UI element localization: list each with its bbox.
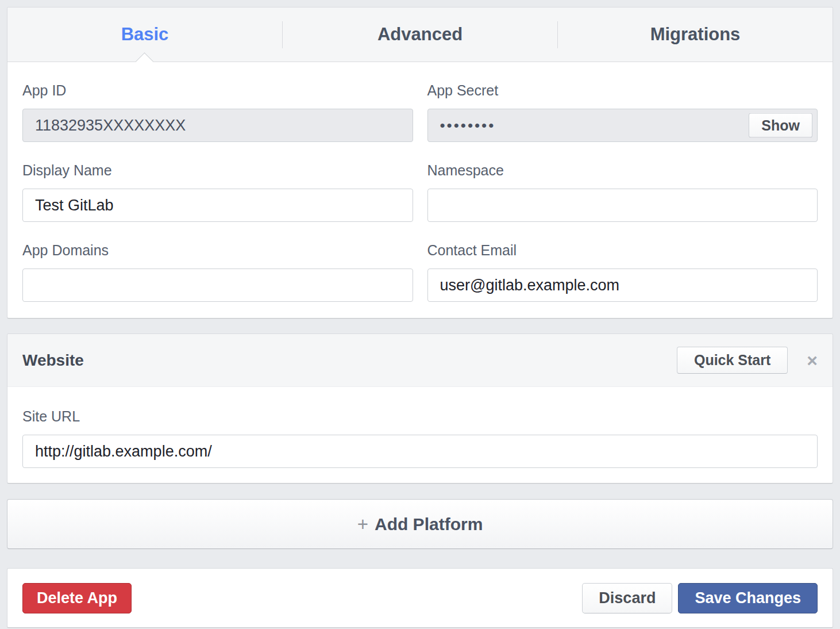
app-secret-label: App Secret xyxy=(427,82,818,99)
tab-basic-label: Basic xyxy=(121,24,169,45)
website-platform-header: Website Quick Start × xyxy=(7,334,833,387)
namespace-input[interactable] xyxy=(427,189,818,222)
display-name-input[interactable] xyxy=(22,189,413,222)
app-settings-page: Basic Advanced Migrations App ID App Sec… xyxy=(0,0,840,629)
website-platform-card: Website Quick Start × Site URL xyxy=(7,333,833,484)
app-id-field-group: App ID xyxy=(22,82,413,142)
app-domains-label: App Domains xyxy=(22,242,413,259)
app-secret-wrap: Show xyxy=(427,109,818,142)
display-name-label: Display Name xyxy=(22,162,413,179)
site-url-label: Site URL xyxy=(22,408,818,425)
namespace-label: Namespace xyxy=(427,162,818,179)
contact-email-field-group: Contact Email xyxy=(427,242,818,302)
tab-migrations-label: Migrations xyxy=(650,24,741,45)
app-domains-field-group: App Domains xyxy=(22,242,413,302)
app-id-input xyxy=(22,109,413,142)
app-domains-input[interactable] xyxy=(22,269,413,302)
website-section-title: Website xyxy=(22,351,677,370)
website-platform-body: Site URL xyxy=(7,387,833,483)
add-platform-label: Add Platform xyxy=(375,515,483,534)
footer-right-actions: Discard Save Changes xyxy=(582,583,818,613)
save-changes-button[interactable]: Save Changes xyxy=(678,583,818,613)
contact-email-label: Contact Email xyxy=(427,242,818,259)
basic-settings-form: App ID App Secret Show Display Name Name… xyxy=(7,62,833,318)
tab-advanced[interactable]: Advanced xyxy=(283,7,557,62)
footer-actions-card: Delete App Discard Save Changes xyxy=(7,568,833,628)
site-url-field-group: Site URL xyxy=(22,408,818,468)
add-platform-button[interactable]: + Add Platform xyxy=(7,499,833,549)
namespace-field-group: Namespace xyxy=(427,162,818,222)
display-name-field-group: Display Name xyxy=(22,162,413,222)
show-app-secret-button[interactable]: Show xyxy=(749,113,812,138)
settings-tab-bar: Basic Advanced Migrations xyxy=(7,7,833,62)
discard-button[interactable]: Discard xyxy=(582,583,672,613)
remove-platform-close-icon[interactable]: × xyxy=(807,351,818,370)
basic-settings-card: Basic Advanced Migrations App ID App Sec… xyxy=(7,7,833,319)
plus-icon: + xyxy=(357,513,368,535)
tab-migrations[interactable]: Migrations xyxy=(558,7,833,62)
app-secret-field-group: App Secret Show xyxy=(427,82,818,142)
quick-start-button[interactable]: Quick Start xyxy=(677,347,788,374)
site-url-input[interactable] xyxy=(22,435,818,468)
contact-email-input[interactable] xyxy=(427,269,818,302)
tab-advanced-label: Advanced xyxy=(377,24,463,45)
tab-basic[interactable]: Basic xyxy=(7,7,282,62)
app-id-label: App ID xyxy=(22,82,413,99)
delete-app-button[interactable]: Delete App xyxy=(22,583,132,613)
